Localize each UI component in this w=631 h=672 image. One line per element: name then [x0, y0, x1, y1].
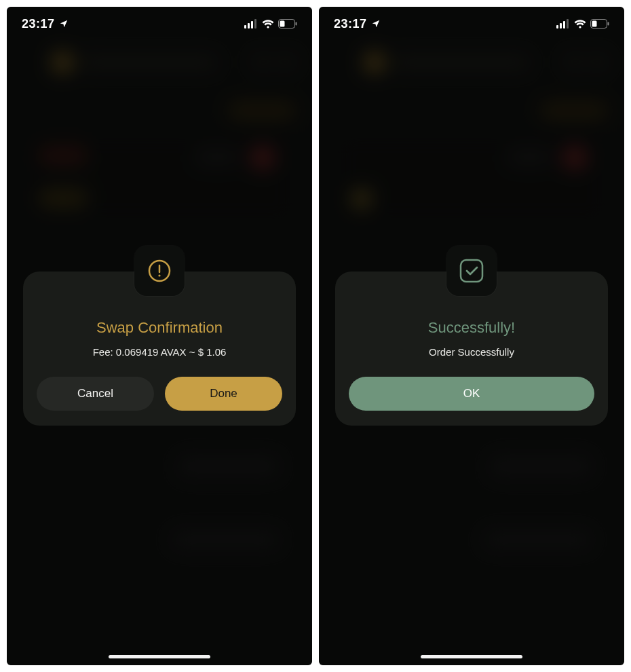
svg-rect-13 [567, 19, 569, 29]
status-time: 23:17 [334, 17, 367, 31]
status-bar: 23:17 [319, 7, 624, 41]
home-indicator [421, 655, 522, 658]
ok-button[interactable]: OK [349, 377, 594, 411]
cellular-signal-icon [556, 19, 570, 29]
swap-confirmation-modal: Swap Confirmation Fee: 0.069419 AVAX ~ $… [23, 272, 296, 426]
modal-icon-tile [134, 246, 185, 296]
cellular-signal-icon [244, 19, 258, 29]
modal-title: Successfully! [349, 319, 594, 337]
modal-subtitle: Order Successfully [349, 346, 594, 358]
svg-rect-2 [251, 21, 253, 29]
screenshots-pair: 23:17 [0, 0, 631, 672]
modal-container: Successfully! Order Successfully OK [335, 272, 608, 426]
location-arrow-icon [371, 19, 381, 29]
svg-rect-3 [254, 19, 256, 29]
svg-rect-12 [563, 21, 565, 29]
status-bar: 23:17 [7, 7, 312, 41]
status-time: 23:17 [22, 17, 55, 31]
modal-title: Swap Confirmation [37, 319, 282, 337]
success-modal: Successfully! Order Successfully OK [335, 272, 608, 426]
done-button-label: Done [210, 387, 237, 400]
svg-rect-1 [248, 23, 250, 29]
location-arrow-icon [59, 19, 69, 29]
cancel-button[interactable]: Cancel [37, 377, 154, 411]
done-button[interactable]: Done [165, 377, 282, 411]
svg-rect-15 [592, 21, 597, 27]
svg-rect-10 [556, 25, 558, 29]
button-row: Cancel Done [37, 377, 282, 411]
wifi-icon [262, 19, 274, 29]
wifi-icon [574, 19, 586, 29]
svg-point-9 [158, 274, 160, 276]
svg-rect-17 [461, 260, 482, 282]
phone-right: 23:17 [319, 7, 624, 665]
battery-icon [590, 19, 609, 29]
svg-rect-0 [244, 25, 246, 29]
svg-rect-6 [296, 22, 297, 26]
home-indicator [109, 655, 210, 658]
modal-container: Swap Confirmation Fee: 0.069419 AVAX ~ $… [23, 272, 296, 426]
phone-left: 23:17 [7, 7, 312, 665]
modal-subtitle: Fee: 0.069419 AVAX ~ $ 1.06 [37, 346, 282, 358]
cancel-button-label: Cancel [77, 387, 113, 400]
battery-icon [278, 19, 297, 29]
svg-rect-16 [608, 22, 609, 26]
check-square-icon [457, 257, 486, 285]
modal-icon-tile [446, 246, 497, 296]
button-row: OK [349, 377, 594, 411]
svg-rect-11 [560, 23, 562, 29]
alert-circle-icon [146, 257, 173, 284]
ok-button-label: OK [463, 387, 480, 400]
svg-rect-5 [280, 21, 285, 27]
